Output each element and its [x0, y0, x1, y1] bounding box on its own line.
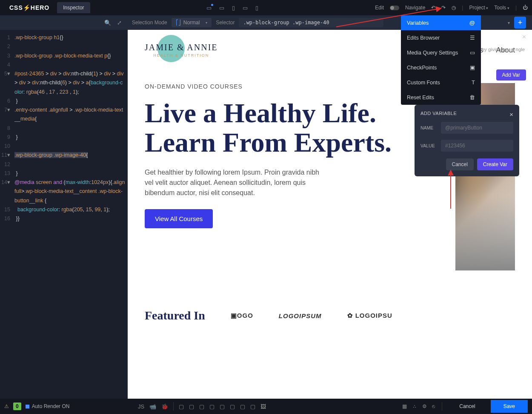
history-icon[interactable]: ◷ — [452, 5, 456, 11]
topbar-right: Edit Navigate ↶ ↷ ◷ | Project Tools | ⏻ — [375, 5, 528, 11]
tablet-landscape-icon[interactable]: ▭ — [243, 5, 248, 11]
layout-6-icon[interactable]: ▢ — [230, 403, 235, 410]
grid-icon[interactable]: ▦ — [402, 403, 407, 409]
create-var-button[interactable]: Create Var — [477, 158, 513, 170]
selector-chevron-icon[interactable]: ▾ — [508, 20, 510, 25]
layout-7-icon[interactable]: ▢ — [240, 403, 245, 410]
partner-logo-1: ▣OGO — [231, 312, 253, 319]
code-toolbar: 🔍 ⤢ — [0, 20, 128, 26]
add-variable-modal: × ADD VARIABLE NAME VALUE Cancel Create … — [415, 105, 519, 176]
site-logo-subtitle: HEALTH & NUTRITION — [153, 53, 209, 58]
hero-eyebrow: ON-DEMAND VIDEO COURSES — [145, 83, 443, 90]
inspector-tab[interactable]: Inspector — [57, 2, 90, 13]
add-button[interactable]: + — [514, 17, 526, 29]
device-icons: ▭ ▭ ▯ ▭ ▯ — [206, 5, 258, 11]
expand-icon[interactable]: ⤢ — [117, 20, 122, 26]
warning-icon[interactable]: ⚠ — [4, 403, 9, 409]
search-icon[interactable]: 🔍 — [104, 20, 111, 26]
partner-logo-3: ✿ LOGOIPSU — [347, 312, 392, 319]
modal-title: ADD VARIABLE — [420, 111, 513, 116]
cancel-button[interactable]: Cancel — [446, 158, 474, 170]
close-icon[interactable]: × — [522, 33, 526, 41]
layout-8-icon[interactable]: ▢ — [250, 403, 255, 410]
add-var-button[interactable]: Add Var — [496, 69, 526, 80]
selector-label: Selector — [216, 20, 235, 26]
layout-2-icon[interactable]: ▢ — [189, 403, 194, 410]
code-editor[interactable]: 1.wp-block-group h1{} 2 3.wp-block-group… — [0, 30, 128, 399]
camera-icon[interactable]: 📹 — [149, 403, 156, 410]
edit-navigate-toggle[interactable] — [390, 6, 399, 10]
hero-paragraph: Get healthier by following lorem Ipsum. … — [145, 167, 323, 198]
export-icon[interactable]: ⎋ — [432, 403, 435, 409]
variables-icon: @ — [469, 20, 475, 26]
error-count-badge: 0 — [13, 402, 21, 410]
selection-mode-value: Normal — [183, 20, 200, 26]
power-icon[interactable]: ⏻ — [523, 5, 528, 11]
menu-variables[interactable]: Variables@ — [401, 15, 481, 30]
featured-section: Featured In ▣OGO LOGOIPSUM ✿ LOGOIPSU — [145, 309, 515, 322]
list-icon: ☰ — [470, 34, 475, 41]
tools-dropdown-menu: Variables@ Edits Browser☰ Media Query Se… — [401, 15, 481, 105]
tools-dropdown[interactable]: Tools — [494, 5, 509, 11]
font-icon: T — [472, 79, 475, 86]
bottom-bar: ⚠ 0 Auto Render ON JS 📹 🐞 ▢ ▢ ▢ ▢ ▢ ▢ ▢ … — [0, 399, 532, 414]
var-value-input[interactable] — [441, 140, 513, 152]
site-logo[interactable]: JAMIE & ANNIE HEALTH & NUTRITION — [145, 43, 218, 58]
var-name-input[interactable] — [441, 122, 513, 134]
site-logo-text: JAMIE & ANNIE — [145, 43, 218, 52]
menu-reset-edits-label: Reset Edits — [407, 95, 434, 101]
selection-mode-label: Selection Mode — [132, 20, 167, 26]
layout-4-icon[interactable]: ▢ — [209, 403, 215, 410]
layout-5-icon[interactable]: ▢ — [220, 403, 225, 410]
bottom-save-button[interactable]: Save — [491, 400, 528, 413]
menu-edits-browser-label: Edits Browser — [407, 35, 440, 41]
partner-logo-2: LOGOIPSUM — [279, 312, 322, 319]
menu-checkpoints[interactable]: CheckPoints▣ — [401, 60, 481, 75]
bottom-cancel-button[interactable]: Cancel — [449, 400, 485, 413]
save-icon: ▣ — [470, 64, 475, 71]
menu-variables-label: Variables — [407, 20, 429, 26]
annotation-arrow-2 — [450, 170, 451, 209]
project-dropdown[interactable]: Project — [469, 5, 488, 11]
auto-render-toggle[interactable]: Auto Render ON — [26, 403, 70, 409]
selection-mode-dropdown[interactable]: ⎡⎦Normal — [172, 18, 212, 27]
bug-icon[interactable]: 🐞 — [161, 403, 168, 410]
tablet-icon[interactable]: ▯ — [232, 5, 235, 11]
name-label: NAME — [420, 125, 437, 130]
layout-1-icon[interactable]: ▢ — [179, 403, 184, 410]
value-label: VALUE — [420, 143, 437, 148]
menu-reset-edits[interactable]: Reset Edits🗑 — [401, 90, 481, 105]
desktop-wide-icon[interactable]: ▭ — [206, 5, 212, 11]
menu-media-query[interactable]: Media Query Settings▭ — [401, 45, 481, 60]
trash-icon: 🗑 — [469, 94, 475, 101]
menu-checkpoints-label: CheckPoints — [407, 65, 437, 71]
menu-media-query-label: Media Query Settings — [407, 50, 458, 56]
menu-edits-browser[interactable]: Edits Browser☰ — [401, 30, 481, 45]
js-button[interactable]: JS — [138, 403, 144, 410]
image-icon[interactable]: 🖼 — [260, 403, 266, 410]
device-icon: ▭ — [470, 49, 475, 56]
featured-heading: Featured In — [145, 309, 205, 322]
modal-close-icon[interactable]: × — [509, 111, 513, 118]
navigate-label: Navigate — [405, 5, 425, 11]
hero-heading: Live a Healthy Life. Learn From Experts. — [145, 98, 443, 157]
gear-icon[interactable]: ⚙ — [422, 403, 427, 409]
edit-label: Edit — [375, 5, 384, 11]
phone-icon[interactable]: ▯ — [255, 5, 258, 11]
desktop-icon[interactable]: ▭ — [219, 5, 224, 11]
menu-custom-fonts-label: Custom Fonts — [407, 80, 440, 86]
top-bar: CSS⚡HERO Inspector ▭ ▭ ▯ ▭ ▯ Edit Naviga… — [0, 0, 532, 15]
layout-3-icon[interactable]: ▢ — [199, 403, 204, 410]
view-courses-button[interactable]: View All Courses — [145, 209, 213, 228]
menu-custom-fonts[interactable]: Custom FontsT — [401, 75, 481, 90]
app-logo: CSS⚡HERO — [4, 4, 54, 11]
tree-icon[interactable]: ⛬ — [412, 403, 417, 409]
